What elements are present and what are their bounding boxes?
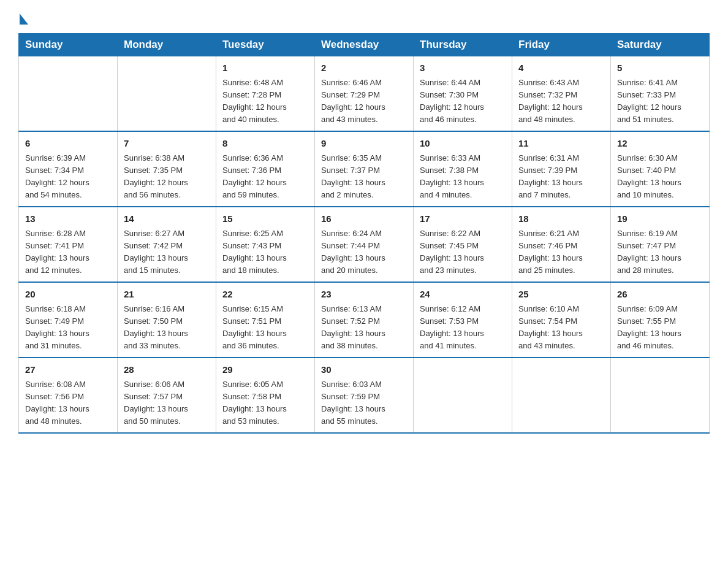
header-tuesday: Tuesday: [216, 34, 315, 56]
day-number: 30: [321, 363, 407, 377]
day-number: 12: [617, 137, 703, 151]
day-number: 18: [518, 212, 604, 226]
day-number: 20: [25, 288, 111, 302]
calendar-table: SundayMondayTuesdayWednesdayThursdayFrid…: [18, 33, 710, 434]
calendar-cell: 1Sunrise: 6:48 AM Sunset: 7:28 PM Daylig…: [216, 56, 315, 132]
header-thursday: Thursday: [414, 34, 512, 56]
day-info: Sunrise: 6:22 AM Sunset: 7:45 PM Dayligh…: [420, 228, 506, 277]
day-number: 23: [321, 288, 407, 302]
day-info: Sunrise: 6:13 AM Sunset: 7:52 PM Dayligh…: [321, 303, 407, 353]
day-number: 8: [222, 137, 308, 151]
day-number: 24: [420, 288, 506, 302]
day-number: 27: [25, 363, 111, 377]
day-info: Sunrise: 6:16 AM Sunset: 7:50 PM Dayligh…: [124, 303, 210, 353]
calendar-cell: 8Sunrise: 6:36 AM Sunset: 7:36 PM Daylig…: [216, 131, 315, 207]
header-sunday: Sunday: [19, 34, 118, 56]
day-info: Sunrise: 6:15 AM Sunset: 7:51 PM Dayligh…: [222, 303, 308, 353]
day-info: Sunrise: 6:21 AM Sunset: 7:46 PM Dayligh…: [518, 228, 604, 277]
calendar-cell: 24Sunrise: 6:12 AM Sunset: 7:53 PM Dayli…: [414, 282, 512, 358]
day-info: Sunrise: 6:31 AM Sunset: 7:39 PM Dayligh…: [518, 152, 604, 202]
header-row: SundayMondayTuesdayWednesdayThursdayFrid…: [19, 34, 710, 56]
day-number: 25: [518, 288, 604, 302]
day-info: Sunrise: 6:12 AM Sunset: 7:53 PM Dayligh…: [420, 303, 506, 353]
calendar-cell: 12Sunrise: 6:30 AM Sunset: 7:40 PM Dayli…: [611, 131, 710, 207]
calendar-cell: 25Sunrise: 6:10 AM Sunset: 7:54 PM Dayli…: [512, 282, 611, 358]
week-row-5: 27Sunrise: 6:08 AM Sunset: 7:56 PM Dayli…: [19, 358, 710, 433]
day-info: Sunrise: 6:10 AM Sunset: 7:54 PM Dayligh…: [518, 303, 604, 353]
calendar-cell: 2Sunrise: 6:46 AM Sunset: 7:29 PM Daylig…: [315, 56, 414, 132]
week-row-1: 1Sunrise: 6:48 AM Sunset: 7:28 PM Daylig…: [19, 56, 710, 132]
day-number: 26: [617, 288, 703, 302]
calendar-cell: 13Sunrise: 6:28 AM Sunset: 7:41 PM Dayli…: [19, 207, 118, 282]
calendar-cell: 3Sunrise: 6:44 AM Sunset: 7:30 PM Daylig…: [414, 56, 512, 132]
day-number: 10: [420, 137, 506, 151]
week-row-4: 20Sunrise: 6:18 AM Sunset: 7:49 PM Dayli…: [19, 282, 710, 358]
calendar-cell: 19Sunrise: 6:19 AM Sunset: 7:47 PM Dayli…: [611, 207, 710, 282]
calendar-cell: 14Sunrise: 6:27 AM Sunset: 7:42 PM Dayli…: [118, 207, 216, 282]
header-monday: Monday: [118, 34, 216, 56]
calendar-cell: 21Sunrise: 6:16 AM Sunset: 7:50 PM Dayli…: [118, 282, 216, 358]
calendar-cell: [118, 56, 216, 132]
calendar-header: SundayMondayTuesdayWednesdayThursdayFrid…: [19, 34, 710, 56]
day-info: Sunrise: 6:06 AM Sunset: 7:57 PM Dayligh…: [124, 378, 210, 428]
day-number: 9: [321, 137, 407, 151]
day-info: Sunrise: 6:05 AM Sunset: 7:58 PM Dayligh…: [222, 378, 308, 428]
day-info: Sunrise: 6:25 AM Sunset: 7:43 PM Dayligh…: [222, 228, 308, 277]
day-info: Sunrise: 6:19 AM Sunset: 7:47 PM Dayligh…: [617, 228, 703, 277]
day-number: 21: [124, 288, 210, 302]
week-row-2: 6Sunrise: 6:39 AM Sunset: 7:34 PM Daylig…: [19, 131, 710, 207]
calendar-cell: 11Sunrise: 6:31 AM Sunset: 7:39 PM Dayli…: [512, 131, 611, 207]
day-info: Sunrise: 6:44 AM Sunset: 7:30 PM Dayligh…: [420, 77, 506, 126]
day-info: Sunrise: 6:09 AM Sunset: 7:55 PM Dayligh…: [617, 303, 703, 353]
header-saturday: Saturday: [611, 34, 710, 56]
calendar-cell: [611, 358, 710, 433]
day-info: Sunrise: 6:30 AM Sunset: 7:40 PM Dayligh…: [617, 152, 703, 202]
day-info: Sunrise: 6:38 AM Sunset: 7:35 PM Dayligh…: [124, 152, 210, 202]
day-info: Sunrise: 6:36 AM Sunset: 7:36 PM Dayligh…: [222, 152, 308, 202]
day-info: Sunrise: 6:24 AM Sunset: 7:44 PM Dayligh…: [321, 228, 407, 277]
calendar-cell: 22Sunrise: 6:15 AM Sunset: 7:51 PM Dayli…: [216, 282, 315, 358]
header-wednesday: Wednesday: [315, 34, 414, 56]
day-info: Sunrise: 6:27 AM Sunset: 7:42 PM Dayligh…: [124, 228, 210, 277]
calendar-cell: 23Sunrise: 6:13 AM Sunset: 7:52 PM Dayli…: [315, 282, 414, 358]
calendar-cell: 7Sunrise: 6:38 AM Sunset: 7:35 PM Daylig…: [118, 131, 216, 207]
logo: [18, 12, 28, 22]
calendar-cell: [512, 358, 611, 433]
calendar-cell: [414, 358, 512, 433]
calendar-cell: 6Sunrise: 6:39 AM Sunset: 7:34 PM Daylig…: [19, 131, 118, 207]
day-number: 17: [420, 212, 506, 226]
calendar-cell: 18Sunrise: 6:21 AM Sunset: 7:46 PM Dayli…: [512, 207, 611, 282]
day-number: 16: [321, 212, 407, 226]
logo-triangle-icon: [20, 13, 28, 25]
day-number: 29: [222, 363, 308, 377]
day-info: Sunrise: 6:18 AM Sunset: 7:49 PM Dayligh…: [25, 303, 111, 353]
day-info: Sunrise: 6:35 AM Sunset: 7:37 PM Dayligh…: [321, 152, 407, 202]
day-number: 3: [420, 61, 506, 75]
day-number: 28: [124, 363, 210, 377]
day-info: Sunrise: 6:46 AM Sunset: 7:29 PM Dayligh…: [321, 77, 407, 126]
day-info: Sunrise: 6:39 AM Sunset: 7:34 PM Dayligh…: [25, 152, 111, 202]
day-number: 19: [617, 212, 703, 226]
page-header: [18, 12, 710, 22]
day-number: 1: [222, 61, 308, 75]
calendar-cell: 15Sunrise: 6:25 AM Sunset: 7:43 PM Dayli…: [216, 207, 315, 282]
day-number: 11: [518, 137, 604, 151]
calendar-cell: 10Sunrise: 6:33 AM Sunset: 7:38 PM Dayli…: [414, 131, 512, 207]
day-number: 7: [124, 137, 210, 151]
day-number: 5: [617, 61, 703, 75]
day-info: Sunrise: 6:33 AM Sunset: 7:38 PM Dayligh…: [420, 152, 506, 202]
day-info: Sunrise: 6:28 AM Sunset: 7:41 PM Dayligh…: [25, 228, 111, 277]
day-number: 6: [25, 137, 111, 151]
calendar-cell: 5Sunrise: 6:41 AM Sunset: 7:33 PM Daylig…: [611, 56, 710, 132]
calendar-cell: [19, 56, 118, 132]
day-info: Sunrise: 6:48 AM Sunset: 7:28 PM Dayligh…: [222, 77, 308, 126]
week-row-3: 13Sunrise: 6:28 AM Sunset: 7:41 PM Dayli…: [19, 207, 710, 282]
day-number: 22: [222, 288, 308, 302]
day-info: Sunrise: 6:03 AM Sunset: 7:59 PM Dayligh…: [321, 378, 407, 428]
day-number: 13: [25, 212, 111, 226]
calendar-cell: 9Sunrise: 6:35 AM Sunset: 7:37 PM Daylig…: [315, 131, 414, 207]
day-number: 2: [321, 61, 407, 75]
calendar-cell: 30Sunrise: 6:03 AM Sunset: 7:59 PM Dayli…: [315, 358, 414, 433]
calendar-cell: 28Sunrise: 6:06 AM Sunset: 7:57 PM Dayli…: [118, 358, 216, 433]
day-number: 14: [124, 212, 210, 226]
